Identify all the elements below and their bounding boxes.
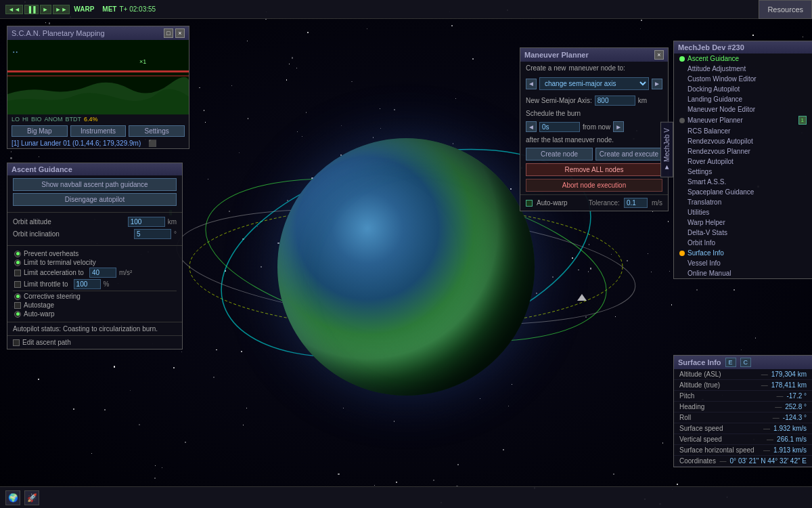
disengage-autopilot-btn[interactable]: Disengage autopilot [13,193,177,206]
mechjeb-item-warp-helper[interactable]: Warp Helper [674,217,812,228]
maneuver-type-next-btn[interactable]: ► [652,79,662,89]
mechjeb-label-2: Custom Window Editor [687,75,757,83]
scan-instruments-btn[interactable]: Instruments [70,125,127,137]
mechjeb-item-delta-v-stats[interactable]: Delta-V Stats [674,228,812,238]
mechjeb-label-7: RCS Balancer [687,127,730,135]
time-next-btn[interactable]: ► [613,121,624,132]
mechjeb-item-rcs-balancer[interactable]: RCS Balancer [674,126,812,136]
surface-info-row-5: Surface speed—1.932 km/s [674,423,812,434]
star-121 [292,57,293,58]
star-27 [11,151,12,152]
star-101 [613,473,614,475]
si-value-8: 0° 03' 21" N 44° 32' 42" E [730,457,807,465]
mechjeb-item-ascent-guidance[interactable]: Ascent Guidance [674,54,812,64]
scan-close-btn[interactable]: × [175,28,185,38]
star-54 [734,289,735,291]
create-node-btn[interactable]: Create node [526,148,593,161]
maneuver-titlebar: Maneuver Planner × [520,48,668,62]
star-195 [39,156,39,157]
prevent-overheats-radio[interactable] [14,251,21,257]
star-100 [154,478,156,479]
time-prev-btn[interactable]: ◄ [526,121,537,132]
star-87 [242,238,244,240]
star-75 [396,482,397,483]
mechjeb-vertical-tab[interactable]: ▼ MechJeb V [660,122,673,177]
ascent-buttons: Show navball ascent path guidance Diseng… [7,175,182,211]
mechjeb-item-landing-guidance[interactable]: Landing Guidance [674,94,812,104]
star-6 [181,352,182,352]
mechjeb-item-vessel-info[interactable]: Vessel Info [674,258,812,268]
star-70 [10,157,12,158]
scan-bigmap-btn[interactable]: Big Map [12,125,68,137]
mechjeb-item-spaceplane-guidance[interactable]: Spaceplane Guidance [674,187,812,197]
autowarp-tolerance-row: Auto-warp Tolerance: m/s [520,194,668,211]
planet [277,138,535,396]
mechjeb-item-rendezvous-planner[interactable]: Rendezvous Planner [674,146,812,156]
abort-execution-btn[interactable]: Abort node execution [526,179,662,192]
mechjeb-label-13: Spaceplane Guidance [687,188,754,196]
surface-info-row-8: Coordinates—0° 03' 21" N 44° 32' 42" E [674,456,812,467]
autopilot-status-text: Autopilot status: Coasting to circulariz… [13,325,158,333]
warp-fast-btn[interactable]: ►► [53,5,70,14]
map-toggle-btn[interactable]: 🌍 [5,490,20,505]
mechjeb-item-surface-info[interactable]: Surface Info [674,248,812,258]
mechjeb-item-orbit-info[interactable]: Orbit Info [674,238,812,248]
limit-accel-checkbox[interactable] [14,270,21,276]
mechjeb-item-docking-autopilot[interactable]: Docking Autopilot [674,84,812,94]
star-185 [508,406,509,406]
mechjeb-item-maneuver-node-editor[interactable]: Maneuver Node Editor [674,104,812,114]
limit-terminal-radio[interactable] [14,259,21,266]
star-30 [225,270,226,272]
limit-accel-input[interactable] [89,268,116,278]
warp-forward-btn[interactable]: ► [40,5,51,14]
warp-back-btn[interactable]: ◄◄ [5,5,23,14]
vessel-btn[interactable]: 🚀 [24,490,39,505]
mechjeb-item-custom-window-editor[interactable]: Custom Window Editor [674,74,812,84]
mechjeb-item-maneuver-planner[interactable]: Maneuver Planner1 [674,114,812,126]
mechjeb-item-smart-a.s.s.[interactable]: Smart A.S.S. [674,177,812,187]
mechjeb-item-utilities[interactable]: Utilities [674,207,812,217]
mechjeb-item-rendezvous-autopilot[interactable]: Rendezvous Autopilot [674,136,812,146]
autowarp-radio[interactable] [14,311,21,318]
si-label-8: Coordinates [679,457,717,465]
si-dash-0: — [758,371,771,378]
star-118 [374,485,375,486]
tolerance-input[interactable] [624,198,648,208]
schedule-time-input[interactable] [539,122,580,132]
prevent-overheats-label: Prevent overheats [24,250,78,257]
maneuver-type-select[interactable]: change semi-major axis [539,77,649,90]
maneuver-close-btn[interactable]: × [654,50,664,60]
svg-text:×1: ×1 [139,58,146,65]
autostage-checkbox[interactable] [14,302,21,309]
maneuver-type-prev-btn[interactable]: ◄ [526,79,537,89]
si-value-2: -17.2 ° [786,392,807,400]
surface-info-tab-e[interactable]: E [725,358,736,367]
limit-throttle-input[interactable] [74,279,101,289]
warp-pause-btn[interactable]: ▐▐ [24,5,39,14]
mechjeb-item-translatron[interactable]: Translatron [674,197,812,207]
corrective-steering-radio[interactable] [14,293,21,300]
orbit-inclination-input[interactable] [134,229,171,239]
mechjeb-item-rover-autopilot[interactable]: Rover Autopilot [674,156,812,167]
star-4 [627,260,628,261]
star-198 [611,254,612,255]
resources-button[interactable]: Resources [759,0,812,19]
scan-resize-btn[interactable]: □ [164,28,173,38]
scan-settings-btn[interactable]: Settings [129,125,185,137]
remove-all-nodes-btn[interactable]: Remove ALL nodes [526,163,662,176]
star-193 [204,110,205,111]
orbit-inclination-unit: ° [174,230,177,238]
navball-guidance-btn[interactable]: Show navball ascent path guidance [13,178,177,191]
edit-path-checkbox[interactable] [13,339,20,346]
limit-throttle-checkbox[interactable] [14,281,21,288]
si-dash-4: — [769,414,783,421]
mechjeb-item-settings[interactable]: Settings [674,167,812,177]
mechjeb-item-attitude-adjustment[interactable]: Attitude Adjustment [674,64,812,74]
semi-major-input[interactable] [595,96,635,106]
surface-info-tab-c[interactable]: C [740,358,752,367]
si-value-0: 179,304 km [771,371,807,378]
create-execute-btn[interactable]: Create and execute [595,148,662,161]
maneuver-autowarp-checkbox[interactable] [526,200,533,207]
mechjeb-item-online-manual[interactable]: Online Manual [674,268,812,278]
orbit-altitude-input[interactable] [128,217,165,227]
